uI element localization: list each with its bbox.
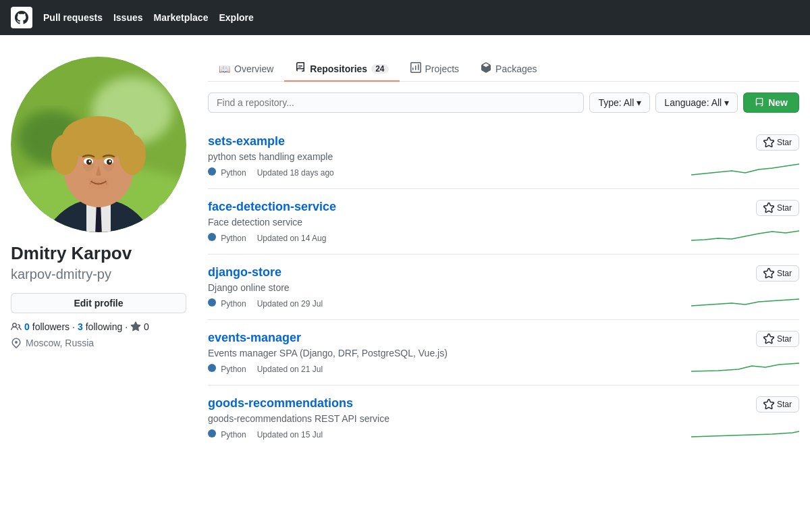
star-icon [763,203,774,213]
repo-updated: Updated on 15 Jul [257,430,323,440]
repo-icon [295,62,306,75]
stars-count: 0 [144,321,149,332]
repo-language: Python [208,429,246,440]
repo-item: sets-example python sets handling exampl… [208,124,799,189]
activity-graph [691,156,799,176]
repo-name-link[interactable]: sets-example [208,134,285,148]
nav-logo [11,7,32,28]
svg-point-11 [51,134,78,175]
activity-graph [691,352,799,373]
followers-link[interactable]: 0 [24,321,30,332]
repo-name-link[interactable]: face-detection-service [208,200,336,213]
repo-list: sets-example python sets handling exampl… [208,124,799,450]
following-label: following [86,321,122,332]
tab-repositories[interactable]: Repositories 24 [284,57,399,82]
followers-label: followers [32,321,70,332]
repo-item: goods-recommendations goods-recommendati… [208,385,799,450]
repo-updated: Updated on 14 Aug [257,234,327,243]
star-icon [763,399,774,410]
svg-point-26 [105,180,106,182]
chevron-down-icon: ▾ [637,97,641,108]
star-button[interactable]: Star [756,331,799,347]
repo-item: face-detection-service Face detection se… [208,189,799,255]
lang-dot [208,429,216,437]
nav-marketplace[interactable]: Marketplace [154,12,209,23]
repo-name-link[interactable]: goods-recommendations [208,396,353,410]
tab-projects[interactable]: Projects [400,57,470,82]
overview-icon: 📖 [219,63,230,74]
language-dropdown[interactable]: Language: All ▾ [655,92,738,113]
repo-item: events-manager Events manager SPA (Djang… [208,320,799,385]
location-text: Moscow, Russia [26,338,94,348]
repo-name-link[interactable]: django-store [208,265,281,279]
repo-description: Django online store [208,282,323,293]
activity-graph [691,221,799,242]
repo-updated: Updated 18 days ago [257,168,334,178]
activity-graph [691,287,799,307]
repo-count-badge: 24 [371,64,388,74]
svg-point-12 [119,134,146,175]
lang-dot [208,233,216,241]
sidebar: 😊 Dmitry Karpov karpov-dmitry-py Edit pr… [11,57,186,450]
repo-language: Python [208,233,246,243]
repo-description: Face detection service [208,217,336,228]
tabs-bar: 📖 Overview Repositories 24 Projects [208,57,799,82]
lang-dot [208,298,216,307]
navbar: Pull requests Issues Marketplace Explore [0,0,810,35]
repo-updated: Updated on 29 Jul [257,299,323,309]
star-button[interactable]: Star [756,396,799,413]
profile-name: Dmitry Karpov [11,243,186,264]
repo-language: Python [208,167,246,178]
repo-language: Python [208,298,246,309]
activity-graph [691,418,799,438]
emoji-reaction-button[interactable]: 😊 [157,203,178,224]
location-row: Moscow, Russia [11,338,186,348]
tab-overview[interactable]: 📖 Overview [208,57,284,82]
star-button[interactable]: Star [756,265,799,282]
star-icon-followers [130,321,141,332]
repo-new-icon [755,98,764,107]
tab-packages[interactable]: Packages [470,57,547,82]
svg-point-19 [89,161,91,163]
star-icon [763,137,774,148]
star-icon [763,334,774,344]
repo-description: python sets handling example [208,151,334,162]
svg-point-20 [109,161,111,163]
nav-issues[interactable]: Issues [113,12,143,23]
type-dropdown[interactable]: Type: All ▾ [589,92,650,113]
repo-language: Python [208,364,246,374]
avatar-wrapper: 😊 [11,57,186,232]
repo-updated: Updated on 21 Jul [257,365,323,374]
svg-point-28 [106,183,107,184]
content-area: 📖 Overview Repositories 24 Projects [208,57,799,450]
svg-point-27 [90,183,91,184]
svg-point-22 [91,180,92,182]
nav-explore[interactable]: Explore [219,12,253,23]
location-icon [11,338,22,348]
svg-point-25 [101,182,103,183]
svg-point-24 [98,182,99,184]
profile-username: karpov-dmitry-py [11,267,186,282]
followers-row: 0 followers · 3 following · 0 [11,321,186,332]
lang-dot [208,167,216,176]
projects-icon [410,62,421,75]
search-row: Type: All ▾ Language: All ▾ New [208,92,799,113]
edit-profile-button[interactable]: Edit profile [11,293,186,313]
star-button[interactable]: Star [756,134,799,151]
following-link[interactable]: 3 [78,321,83,332]
chevron-down-icon-lang: ▾ [724,97,729,108]
main-layout: 😊 Dmitry Karpov karpov-dmitry-py Edit pr… [0,35,810,450]
star-icon [763,268,774,279]
star-button[interactable]: Star [756,200,799,216]
repo-item: django-store Django online store Python … [208,255,799,320]
nav-pull-requests[interactable]: Pull requests [43,12,103,23]
packages-icon [481,62,491,75]
svg-point-23 [94,182,96,183]
people-icon [11,321,22,332]
new-repo-button[interactable]: New [743,92,799,113]
lang-dot [208,364,216,372]
repo-name-link[interactable]: events-manager [208,331,301,344]
search-input[interactable] [208,92,584,113]
repo-description: goods-recommendations REST API service [208,413,389,424]
repo-description: Events manager SPA (Django, DRF, Postgre… [208,348,448,358]
